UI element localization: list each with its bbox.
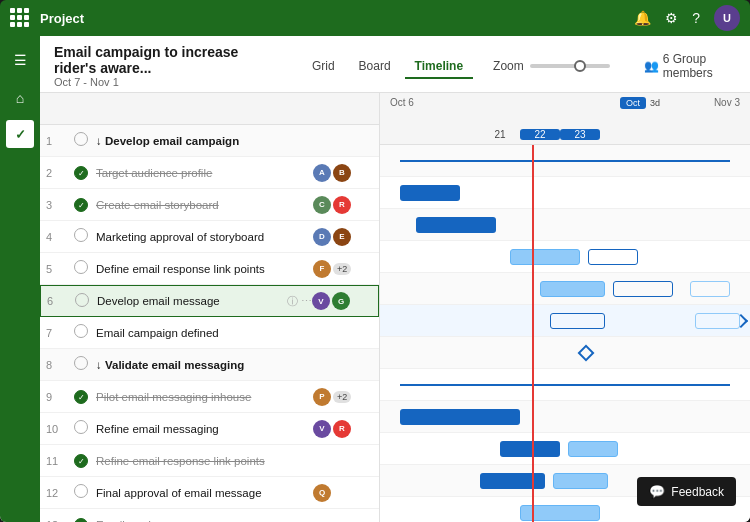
row-number: 6 [47, 295, 75, 307]
row-number: 11 [46, 455, 74, 467]
gantt-row [380, 145, 750, 177]
row-checkbox[interactable]: ✓ [74, 165, 96, 181]
app-title: Project [40, 11, 634, 26]
row-checkbox[interactable] [74, 132, 96, 149]
group-members[interactable]: 👥 6 Group members [644, 52, 736, 80]
row-checkbox[interactable] [74, 324, 96, 341]
gantt-bar-outline [550, 313, 605, 329]
row-number: 7 [46, 327, 74, 339]
avatar: P [313, 388, 331, 406]
row-number: 3 [46, 199, 74, 211]
row-number: 13 [46, 519, 74, 523]
row-checkbox[interactable] [75, 293, 97, 310]
main-area: ☰ ⌂ ✓ Email campaign to increase rider's… [0, 36, 750, 522]
task-name: Create email storyboard [96, 199, 313, 211]
help-icon[interactable]: ? [692, 10, 700, 26]
feedback-button[interactable]: 💬 Feedback [637, 477, 736, 506]
more-options-icon[interactable]: ⋯ [301, 295, 312, 308]
table-header-row [40, 93, 379, 125]
row-checkbox[interactable]: ✓ [74, 197, 96, 213]
month-badge: Oct [620, 97, 646, 109]
extra-avatars-badge: +2 [333, 263, 351, 275]
gear-icon[interactable]: ⚙ [665, 10, 678, 26]
gantt-date-right: Nov 3 [714, 97, 740, 108]
avatar: G [332, 292, 350, 310]
row-number: 5 [46, 263, 74, 275]
row-avatars: F +2 [313, 260, 373, 278]
gantt-date-left: Oct 6 [390, 97, 414, 108]
gantt-row [380, 209, 750, 241]
project-title: Email campaign to increase rider's aware… [54, 44, 282, 76]
table-row[interactable]: 7 Email campaign defined [40, 317, 379, 349]
table-row[interactable]: 10 Refine email messaging V R [40, 413, 379, 445]
gantt-bar-light [553, 473, 608, 489]
task-name: Target audience profile [96, 167, 313, 179]
row-checkbox[interactable] [74, 420, 96, 437]
row-checkbox[interactable] [74, 356, 96, 373]
group-members-label: 6 Group members [663, 52, 736, 80]
row-checkbox[interactable]: ✓ [74, 517, 96, 522]
apps-grid-icon[interactable] [10, 8, 30, 28]
home-icon[interactable]: ⌂ [4, 82, 36, 114]
avatar: V [313, 420, 331, 438]
content-area: Email campaign to increase rider's aware… [40, 36, 750, 522]
bell-icon[interactable]: 🔔 [634, 10, 651, 26]
task-table: 1 ↓ Develop email campaign 2 ✓ Target au… [40, 93, 380, 522]
gantt-bar [416, 217, 496, 233]
feedback-icon: 💬 [649, 484, 665, 499]
gantt-row [380, 305, 750, 337]
hamburger-icon[interactable]: ☰ [4, 44, 36, 76]
project-dates: Oct 7 - Nov 1 [54, 76, 282, 88]
task-name: Develop email message [97, 295, 284, 307]
gantt-bar [400, 409, 520, 425]
zoom-slider[interactable] [530, 64, 610, 68]
gantt-bar [480, 473, 545, 489]
gantt-row [380, 369, 750, 401]
row-number: 2 [46, 167, 74, 179]
gantt-chart: Oct 6 Nov 3 Oct 3d 21 22 23 [380, 93, 750, 522]
check-nav-icon[interactable]: ✓ [6, 120, 34, 148]
table-row[interactable]: 6 Develop email message ⓘ ⋯ V G [40, 285, 379, 317]
avatar: E [333, 228, 351, 246]
user-avatar[interactable]: U [714, 5, 740, 31]
gantt-row [380, 273, 750, 305]
gantt-date-cell-near: 23 [560, 129, 600, 140]
titlebar-actions: 🔔 ⚙ ? U [634, 5, 740, 31]
table-row[interactable]: 2 ✓ Target audience profile A B [40, 157, 379, 189]
tab-timeline[interactable]: Timeline [405, 55, 473, 79]
table-row[interactable]: 8 ↓ Validate email messaging [40, 349, 379, 381]
gantt-bar [510, 249, 580, 265]
avatar: B [333, 164, 351, 182]
feedback-label: Feedback [671, 485, 724, 499]
extra-avatars-badge: +2 [333, 391, 351, 403]
table-row[interactable]: 13 ✓ Email ready [40, 509, 379, 522]
table-row[interactable]: 9 ✓ Pilot email messaging inhouse P +2 [40, 381, 379, 413]
gantt-row [380, 433, 750, 465]
task-name: Email ready [96, 519, 313, 523]
section-bar-line [400, 384, 730, 386]
task-name: Final approval of email message [96, 487, 313, 499]
row-checkbox[interactable] [74, 260, 96, 277]
gantt-row [380, 401, 750, 433]
table-row[interactable]: 1 ↓ Develop email campaign [40, 125, 379, 157]
row-checkbox[interactable]: ✓ [74, 389, 96, 405]
row-avatars: C R [313, 196, 373, 214]
table-row[interactable]: 5 Define email response link points F +2 [40, 253, 379, 285]
info-icon[interactable]: ⓘ [287, 294, 298, 309]
row-avatars: V G [312, 292, 372, 310]
row-checkbox[interactable] [74, 484, 96, 501]
table-row[interactable]: 4 Marketing approval of storyboard D E [40, 221, 379, 253]
app-window: Project 🔔 ⚙ ? U ☰ ⌂ ✓ Email campaign to … [0, 0, 750, 522]
gantt-row [380, 337, 750, 369]
row-checkbox[interactable] [74, 228, 96, 245]
tab-grid[interactable]: Grid [302, 55, 345, 79]
tab-board[interactable]: Board [349, 55, 401, 79]
avatar: D [313, 228, 331, 246]
table-row[interactable]: 3 ✓ Create email storyboard C R [40, 189, 379, 221]
zoom-label: Zoom [493, 59, 524, 73]
row-checkbox[interactable]: ✓ [74, 453, 96, 469]
table-row[interactable]: 11 ✓ Refine email response link points [40, 445, 379, 477]
titlebar: Project 🔔 ⚙ ? U [0, 0, 750, 36]
table-row[interactable]: 12 Final approval of email message Q [40, 477, 379, 509]
gantt-bar-light [568, 441, 618, 457]
